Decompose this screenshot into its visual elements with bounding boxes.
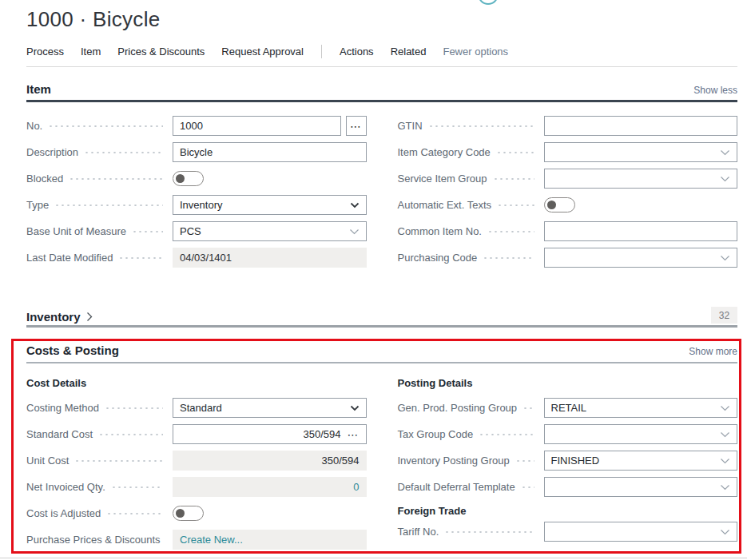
dotted-leader [515,460,534,462]
page-bottom-rule [0,558,747,558]
dotted-leader [428,125,534,127]
service-item-group-lookup[interactable] [544,169,738,189]
dotted-leader [479,434,534,435]
cost-details-column: Cost Details Costing Method Standard Sta… [26,377,367,556]
item-category-code-lookup[interactable] [544,142,738,162]
costing-method-select[interactable]: Standard [173,398,367,418]
tax-group-code-lookup[interactable] [544,424,738,444]
field-row-description: Description [26,142,367,162]
chevron-down-icon [720,431,730,438]
action-bar: Process Item Prices & Discounts Request … [26,45,737,67]
cost-is-adjusted-label: Cost is Adjusted [26,507,106,519]
item-section-title[interactable]: Item [26,82,51,96]
item-category-code-label: Item Category Code [398,146,496,158]
common-item-no-input[interactable] [544,221,738,241]
type-label: Type [26,199,54,211]
toggle-knob [547,201,556,209]
dotted-leader [98,434,163,435]
field-row-inventory-posting-group: Inventory Posting Group FINISHED [398,451,738,471]
dotted-leader [84,152,163,153]
toggle-knob [176,509,185,518]
type-select[interactable]: Inventory [173,195,367,215]
field-row-last-date-modified: Last Date Modified 04/03/1401 [26,248,367,268]
gtin-input[interactable] [544,116,738,136]
gen-prod-posting-group-label: Gen. Prod. Posting Group [398,402,523,414]
field-row-blocked: Blocked [26,169,367,189]
chevron-down-icon [720,529,730,535]
blocked-toggle[interactable] [173,171,204,186]
automatic-ext-texts-toggle[interactable] [544,197,575,212]
description-label: Description [26,146,84,158]
dotted-leader [487,231,534,232]
purchasing-code-label: Purchasing Code [398,252,483,264]
last-date-modified-label: Last Date Modified [26,252,118,264]
no-input[interactable] [173,116,341,136]
gtin-label: GTIN [398,120,428,132]
section-rule [26,100,737,102]
chevron-down-icon [720,176,730,182]
menu-process[interactable]: Process [26,46,64,58]
menu-related[interactable]: Related [391,46,427,58]
field-row-standard-cost: Standard Cost 350/594 ⋯ [26,424,367,444]
dotted-leader [497,205,534,206]
standard-cost-input[interactable]: 350/594 ⋯ [173,424,367,444]
dotted-leader [69,178,163,180]
chevron-down-icon [720,484,730,490]
dotted-leader [118,257,163,259]
net-invoiced-qty-value: 0 [173,477,367,497]
create-new-link[interactable]: Create New... [180,534,243,546]
costs-posting-section-title[interactable]: Costs & Posting [26,344,119,357]
gen-prod-posting-group-lookup[interactable]: RETAIL [544,398,738,418]
purchase-prices-label: Purchase Prices & Discounts [26,534,166,546]
net-invoiced-qty-drilldown[interactable]: 0 [353,481,359,493]
field-row-default-deferral-template: Default Deferral Template [398,477,738,497]
chevron-down-icon [720,149,730,156]
inventory-section-title[interactable]: Inventory [26,310,93,324]
menu-actions[interactable]: Actions [340,46,374,58]
item-left-column: No. ⋯ Description Blocked Type [26,116,367,274]
section-rule [26,325,737,328]
inventory-posting-group-label: Inventory Posting Group [398,455,515,467]
cost-details-group-title: Cost Details [26,377,367,389]
dotted-leader [523,407,534,409]
chevron-down-icon [720,458,730,464]
posting-details-group-title: Posting Details [398,377,738,389]
dotted-leader [105,407,163,409]
cost-is-adjusted-toggle[interactable] [173,506,204,521]
show-more-link[interactable]: Show more [689,346,737,357]
description-input[interactable] [173,142,367,162]
tariff-no-lookup[interactable] [544,522,738,542]
field-row-cost-is-adjusted: Cost is Adjusted [26,503,367,523]
dotted-leader [106,513,163,514]
purchasing-code-lookup[interactable] [544,248,738,268]
chevron-down-icon [349,228,360,235]
costing-method-label: Costing Method [26,402,105,414]
dotted-leader [48,125,163,127]
inventory-posting-group-lookup[interactable]: FINISHED [544,451,738,471]
field-row-no: No. ⋯ [26,116,367,136]
assist-edit-button[interactable]: ⋯ [346,116,367,136]
menu-request-approval[interactable]: Request Approval [221,46,304,58]
field-row-purchase-prices: Purchase Prices & Discounts Create New..… [26,530,367,550]
menu-prices-discounts[interactable]: Prices & Discounts [117,46,205,58]
dotted-leader [111,487,163,488]
menu-fewer-options[interactable]: Fewer options [443,46,508,58]
costs-posting-fasttab: Costs & Posting Show more Cost Details C… [26,344,737,556]
tax-group-code-label: Tax Group Code [398,428,479,440]
dotted-leader [74,460,163,462]
show-less-link[interactable]: Show less [693,85,737,96]
field-row-costing-method: Costing Method Standard [26,398,367,418]
ellipsis-icon[interactable]: ⋯ [341,428,360,441]
menu-item[interactable]: Item [81,46,101,58]
field-row-common-item-no: Common Item No. [398,221,738,241]
automatic-ext-texts-label: Automatic Ext. Texts [398,199,498,211]
menu-divider [321,45,322,58]
chevron-down-icon [720,405,730,411]
dotted-leader [493,178,534,180]
dotted-leader [483,257,534,259]
base-uom-lookup[interactable]: PCS [173,221,367,241]
chevron-right-icon [86,312,93,322]
section-rule [26,362,737,363]
default-deferral-template-lookup[interactable] [544,477,738,497]
purchase-prices-value: Create New... [173,530,367,550]
